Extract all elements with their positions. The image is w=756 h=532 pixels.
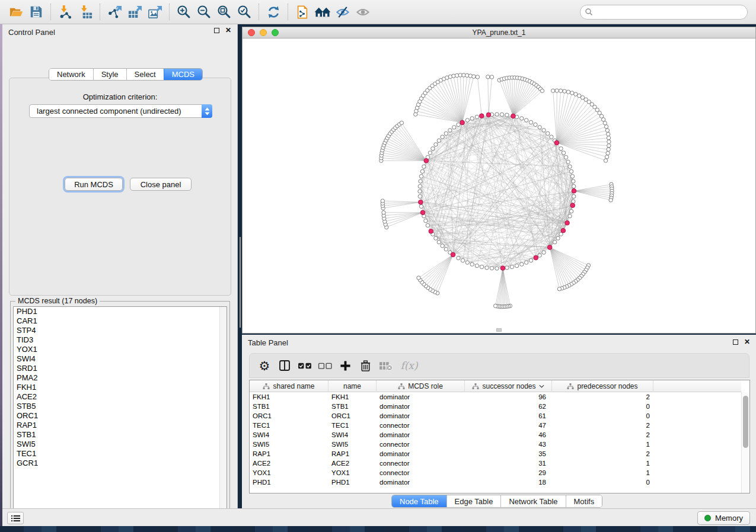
table-row[interactable]: ORC1ORC1dominator610 (250, 411, 741, 421)
table-cell[interactable]: YOX1 (328, 469, 377, 476)
table-cell[interactable]: STB1 (250, 403, 328, 410)
mcds-result-list[interactable]: PHD1CAR1STP4TID3YOX1SWI4SRD1PMA2FKH1ACE2… (13, 306, 227, 519)
network-hscroll-thumb[interactable] (496, 328, 502, 332)
table-cell[interactable]: 2 (552, 450, 653, 457)
mcds-result-item[interactable]: ORC1 (14, 411, 227, 421)
table-cell[interactable]: FKH1 (250, 393, 328, 400)
mcds-result-item[interactable]: CAR1 (14, 316, 227, 326)
mcds-result-item[interactable]: SWI4 (14, 354, 227, 364)
fit-selected-icon[interactable] (234, 3, 254, 21)
table-cell[interactable]: TEC1 (250, 422, 328, 429)
column-header-successor-nodes[interactable]: successor nodes (465, 380, 552, 392)
mcds-result-item[interactable]: YOX1 (14, 345, 227, 354)
gear-icon[interactable]: ⚙ (256, 357, 273, 374)
clone-network-icon[interactable] (292, 3, 312, 21)
table-cell[interactable]: RAP1 (250, 450, 328, 457)
mcds-result-item[interactable]: FKH1 (14, 383, 227, 392)
table-row[interactable]: FKH1FKH1dominator962 (250, 392, 741, 402)
table-cell[interactable]: TEC1 (328, 422, 377, 429)
table-cell[interactable]: ORC1 (328, 412, 377, 419)
tab-motifs[interactable]: Motifs (566, 495, 602, 507)
float-panel-icon[interactable] (214, 28, 219, 33)
tab-network-table[interactable]: Network Table (500, 495, 565, 507)
mcds-result-item[interactable]: TEC1 (14, 449, 227, 459)
table-cell[interactable]: dominator (377, 479, 465, 486)
table-cell[interactable]: ORC1 (250, 412, 328, 419)
mcds-result-item[interactable]: STB1 (14, 430, 227, 440)
table-scrollbar-thumb[interactable] (743, 396, 748, 448)
mcds-result-item[interactable]: STP4 (14, 326, 227, 335)
export-image-icon[interactable] (145, 3, 165, 21)
mcds-result-item[interactable]: SRD1 (14, 364, 227, 373)
add-column-icon[interactable] (336, 357, 354, 374)
table-cell[interactable]: 96 (465, 393, 552, 400)
show-checked-columns-icon[interactable] (296, 357, 314, 374)
table-cell[interactable]: connector (377, 441, 465, 448)
table-cell[interactable]: connector (377, 422, 465, 429)
table-cell[interactable]: dominator (377, 431, 465, 438)
mcds-result-item[interactable]: ACE2 (14, 392, 227, 402)
tab-network[interactable]: Network (49, 69, 93, 80)
table-cell[interactable]: PHD1 (328, 479, 377, 486)
table-cell[interactable]: 29 (465, 469, 552, 476)
mcds-result-item[interactable]: STB5 (14, 402, 227, 411)
table-cell[interactable]: 2 (552, 393, 653, 400)
tab-edge-table[interactable]: Edge Table (446, 495, 501, 507)
table-cell[interactable]: RAP1 (328, 450, 377, 457)
columns-icon[interactable] (276, 357, 294, 374)
save-session-icon[interactable] (26, 3, 46, 21)
refresh-icon[interactable] (263, 3, 283, 21)
table-cell[interactable]: 0 (552, 403, 653, 410)
table-cell[interactable]: YOX1 (250, 469, 328, 476)
table-cell[interactable]: SWI5 (250, 441, 328, 448)
tab-node-table[interactable]: Node Table (392, 495, 446, 507)
table-cell[interactable]: 43 (465, 441, 552, 448)
table-cell[interactable]: SWI4 (328, 431, 377, 438)
table-cell[interactable]: 1 (552, 469, 653, 476)
optimization-select[interactable]: largest connected component (undirected) (29, 104, 212, 118)
table-row[interactable]: SWI4SWI4dominator462 (250, 430, 741, 440)
task-history-button[interactable] (7, 512, 24, 524)
table-cell[interactable]: 46 (465, 431, 552, 438)
table-cell[interactable]: dominator (377, 403, 465, 410)
table-row[interactable]: YOX1YOX1connector291 (250, 468, 741, 477)
table-row[interactable]: TEC1TEC1connector472 (250, 421, 741, 430)
mcds-result-item[interactable]: PMA2 (14, 373, 227, 383)
delete-column-icon[interactable] (356, 357, 374, 374)
mcds-result-item[interactable]: TID3 (14, 335, 227, 345)
import-network-icon[interactable] (55, 3, 75, 21)
table-cell[interactable]: ACE2 (250, 460, 328, 467)
table-cell[interactable]: 2 (552, 422, 653, 429)
table-row[interactable]: PHD1PHD1dominator180 (250, 477, 741, 487)
column-header-name[interactable]: name (328, 380, 377, 392)
mcds-result-item[interactable]: PHD1 (14, 307, 227, 316)
houses-icon[interactable] (312, 3, 333, 21)
mcds-list-scrollbar[interactable] (219, 307, 227, 518)
table-cell[interactable]: 47 (465, 422, 552, 429)
table-cell[interactable]: 0 (552, 412, 653, 419)
table-cell[interactable]: connector (377, 460, 465, 467)
table-cell[interactable]: SWI5 (328, 441, 377, 448)
table-cell[interactable]: 31 (465, 460, 552, 467)
table-cell[interactable]: dominator (377, 412, 465, 419)
tab-mcds[interactable]: MCDS (164, 69, 202, 80)
column-header-predecessor-nodes[interactable]: predecessor nodes (552, 380, 653, 392)
table-row[interactable]: SWI5SWI5connector431 (250, 440, 741, 449)
zoom-out-icon[interactable] (194, 3, 214, 21)
mcds-result-item[interactable]: GCR1 (14, 459, 227, 468)
hide-columns-icon[interactable] (316, 357, 334, 374)
table-scrollbar[interactable] (741, 392, 749, 493)
close-panel-icon[interactable]: ✕ (225, 28, 231, 33)
panel-divider-handle[interactable] (240, 237, 241, 328)
export-table-icon[interactable] (125, 3, 145, 21)
network-window-titlebar[interactable]: YPA_prune.txt_1 (243, 27, 755, 39)
table-cell[interactable]: FKH1 (328, 393, 377, 400)
column-header-shared-name[interactable]: shared name (250, 380, 328, 392)
table-cell[interactable]: 35 (465, 450, 552, 457)
network-canvas[interactable] (243, 39, 755, 333)
table-cell[interactable]: SWI4 (250, 431, 328, 438)
table-cell[interactable]: dominator (377, 450, 465, 457)
mcds-result-item[interactable]: RAP1 (14, 421, 227, 430)
table-cell[interactable]: connector (377, 469, 465, 476)
fit-content-icon[interactable] (214, 3, 234, 21)
